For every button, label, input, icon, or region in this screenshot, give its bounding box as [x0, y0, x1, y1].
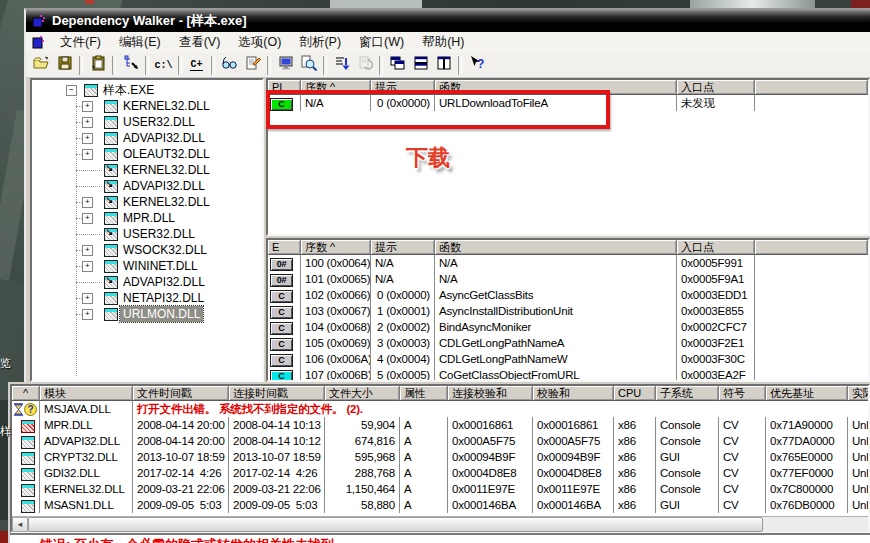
- expand-box[interactable]: +: [82, 149, 93, 160]
- module-icon: [104, 308, 118, 321]
- modules-row[interactable]: ?MSJAVA.DLL打开文件出错。 系统找不到指定的文件。 (2).: [12, 401, 868, 417]
- cascade-windows-button[interactable]: [386, 54, 409, 76]
- expand-tree-button[interactable]: [119, 54, 142, 76]
- tree-item-urlmon-dll[interactable]: +URLMON.DLL: [32, 306, 262, 322]
- auto-arrange-button[interactable]: [330, 54, 353, 76]
- save-button[interactable]: [53, 54, 76, 76]
- function-cell: AsyncInstallDistributionUnit: [435, 303, 677, 319]
- modules-col-header-7[interactable]: 校验和: [533, 386, 614, 401]
- system-info-button[interactable]: [274, 54, 297, 76]
- tree-item-user32-dll[interactable]: USER32.DLL: [32, 226, 262, 242]
- export-row[interactable]: C102 (0x0066)0 (0x0000)AsyncGetClassBits…: [268, 287, 868, 303]
- menu-item-1[interactable]: 编辑(E): [110, 32, 170, 53]
- export-col-header-0[interactable]: E: [268, 240, 301, 255]
- module-icon: [104, 116, 118, 129]
- export-row[interactable]: C107 (0x006B)5 (0x0005)CoGetClassObjectF…: [268, 367, 868, 382]
- modules-row[interactable]: GDI32.DLL2017-02-14 4:262017-02-14 4:262…: [12, 465, 868, 481]
- parent-import-col-header-4[interactable]: 入口点: [677, 80, 755, 95]
- expand-box[interactable]: +: [82, 117, 93, 128]
- tree-item-kernel32-dll[interactable]: KERNEL32.DLL: [32, 162, 262, 178]
- menu-item-2[interactable]: 查看(V): [170, 32, 230, 53]
- search-button[interactable]: [297, 54, 320, 76]
- export-row[interactable]: 0#101 (0x0065)N/AN/A0x0005F9A1: [268, 271, 868, 287]
- tree-item-advapi32-dll[interactable]: ADVAPI32.DLL: [32, 178, 262, 194]
- expand-box[interactable]: +: [82, 245, 93, 256]
- modules-row[interactable]: MSASN1.DLL2009-09-05 5:032009-09-05 5:03…: [12, 497, 868, 513]
- exports-panel[interactable]: E序数 ^提示函数入口点0#100 (0x0064)N/AN/A0x0005F9…: [266, 238, 870, 382]
- menu-item-3[interactable]: 选项(O): [229, 32, 290, 53]
- expand-box[interactable]: +: [82, 309, 93, 320]
- scroll-left-arrow[interactable]: ◂: [12, 517, 28, 532]
- modules-col-header-1[interactable]: 模块: [40, 386, 133, 401]
- tree-item-wininet-dll[interactable]: +WININET.DLL: [32, 258, 262, 274]
- modules-col-header-0[interactable]: ^: [12, 386, 40, 401]
- expand-box[interactable]: +: [82, 293, 93, 304]
- modules-list-panel[interactable]: ^模块文件时间戳连接时间戳文件大小属性连接校验和校验和CPU子系统符号优先基址实…: [10, 384, 870, 533]
- export-col-header-2[interactable]: 提示: [371, 240, 435, 255]
- tree-item-label: WININET.DLL: [120, 258, 201, 274]
- open-button[interactable]: [30, 54, 53, 76]
- module-icon: [104, 260, 118, 273]
- expand-box[interactable]: +: [82, 261, 93, 272]
- modules-col-header-5[interactable]: 属性: [400, 386, 448, 401]
- help-button[interactable]: ?: [465, 54, 488, 76]
- module-tree-panel[interactable]: −样本.EXE+KERNEL32.DLL+USER32.DLL+ADVAPI32…: [30, 78, 264, 382]
- export-row[interactable]: C105 (0x0069)3 (0x0003)CDLGetLongPathNam…: [268, 335, 868, 351]
- export-col-header-4[interactable]: 入口点: [677, 240, 755, 255]
- tree-item-oleaut32-dll[interactable]: +OLEAUT32.DLL: [32, 146, 262, 162]
- tree-connector: [76, 186, 102, 187]
- tree-item-netapi32-dll[interactable]: +NETAPI32.DLL: [32, 290, 262, 306]
- modules-col-header-9[interactable]: 子系统: [656, 386, 719, 401]
- tree-item-wsock32-dll[interactable]: +WSOCK32.DLL: [32, 242, 262, 258]
- tree-item-user32-dll[interactable]: +USER32.DLL: [32, 114, 262, 130]
- modules-row[interactable]: CRYPT32.DLL2013-10-07 18:592013-10-07 18…: [12, 449, 868, 465]
- export-row[interactable]: C106 (0x006A)4 (0x0004)CDLGetLongPathNam…: [268, 351, 868, 367]
- tree-item-kernel32-dll[interactable]: +KERNEL32.DLL: [32, 98, 262, 114]
- view-modules-button[interactable]: [218, 54, 241, 76]
- menu-item-6[interactable]: 帮助(H): [413, 32, 473, 53]
- export-row[interactable]: 0#100 (0x0064)N/AN/A0x0005F991: [268, 255, 868, 271]
- modules-col-header-11[interactable]: 优先基址: [766, 386, 848, 401]
- export-col-header-5[interactable]: [755, 240, 868, 255]
- mdi-child-icon[interactable]: [26, 36, 51, 49]
- full-paths-button[interactable]: c:\: [152, 54, 175, 76]
- modules-col-header-10[interactable]: 符号: [719, 386, 766, 401]
- toolbar-separator: [112, 56, 116, 75]
- expand-box[interactable]: +: [82, 213, 93, 224]
- expand-box[interactable]: +: [82, 197, 93, 208]
- menu-item-4[interactable]: 剖析(P): [290, 32, 350, 53]
- tree-item-mpr-dll[interactable]: +MPR.DLL: [32, 210, 262, 226]
- modules-col-header-12[interactable]: 实际基址: [848, 386, 870, 401]
- tree-item-advapi32-dll[interactable]: ADVAPI32.DLL: [32, 274, 262, 290]
- modules-col-header-8[interactable]: CPU: [614, 386, 656, 401]
- title-bar[interactable]: Dependency Walker - [样本.exe]: [26, 10, 870, 32]
- tree-item-kernel32-dll[interactable]: +KERNEL32.DLL: [32, 194, 262, 210]
- modules-row[interactable]: KERNEL32.DLL2009-03-21 22:062009-03-21 2…: [12, 481, 868, 497]
- tile-vertical-button[interactable]: [432, 54, 455, 76]
- modules-col-header-6[interactable]: 连接校验和: [448, 386, 533, 401]
- modules-row[interactable]: ADVAPI32.DLL2008-04-14 20:002008-04-14 1…: [12, 433, 868, 449]
- tree-item-advapi32-dll[interactable]: +ADVAPI32.DLL: [32, 130, 262, 146]
- export-row[interactable]: C104 (0x0068)2 (0x0002)BindAsyncMoniker0…: [268, 319, 868, 335]
- parent-import-col-header-5[interactable]: [755, 80, 868, 95]
- menu-item-5[interactable]: 窗口(W): [350, 32, 413, 53]
- modules-col-header-4[interactable]: 文件大小: [325, 386, 400, 401]
- modules-col-header-2[interactable]: 文件时间戳: [133, 386, 229, 401]
- modules-col-header-3[interactable]: 连接时间戳: [229, 386, 325, 401]
- tree-item-样本-exe[interactable]: −样本.EXE: [32, 82, 262, 98]
- menu-item-0[interactable]: 文件(F): [51, 32, 110, 53]
- scrollbar-thumb[interactable]: [28, 517, 763, 532]
- entry-point-cell: 0x0003EA2F: [677, 367, 755, 382]
- copy-button[interactable]: [86, 54, 109, 76]
- collapse-box[interactable]: −: [66, 85, 77, 96]
- properties-button[interactable]: [241, 54, 264, 76]
- horizontal-scrollbar[interactable]: ◂: [12, 516, 868, 532]
- expand-box[interactable]: +: [82, 101, 93, 112]
- tile-horizontal-button[interactable]: [409, 54, 432, 76]
- export-col-header-3[interactable]: 函数: [435, 240, 677, 255]
- export-col-header-1[interactable]: 序数 ^: [301, 240, 371, 255]
- export-row[interactable]: C103 (0x0067)1 (0x0001)AsyncInstallDistr…: [268, 303, 868, 319]
- modules-row[interactable]: MPR.DLL2008-04-14 20:002008-04-14 10:135…: [12, 417, 868, 433]
- expand-box[interactable]: +: [82, 133, 93, 144]
- undecorate-button[interactable]: C+: [185, 54, 208, 76]
